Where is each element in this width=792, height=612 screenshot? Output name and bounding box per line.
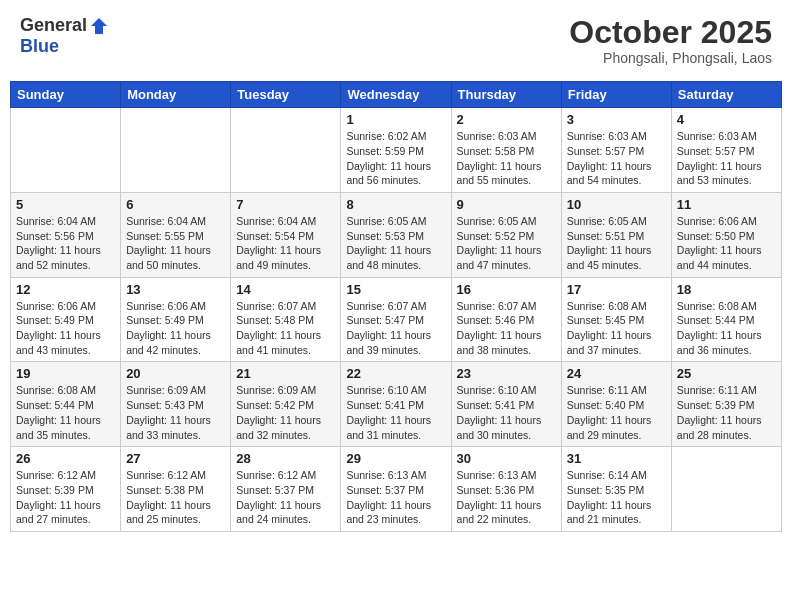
day-info: Sunrise: 6:12 AM Sunset: 5:37 PM Dayligh… xyxy=(236,468,335,527)
day-info: Sunrise: 6:04 AM Sunset: 5:55 PM Dayligh… xyxy=(126,214,225,273)
calendar-cell: 24Sunrise: 6:11 AM Sunset: 5:40 PM Dayli… xyxy=(561,362,671,447)
day-info: Sunrise: 6:03 AM Sunset: 5:58 PM Dayligh… xyxy=(457,129,556,188)
title-section: October 2025 Phongsali, Phongsali, Laos xyxy=(569,15,772,66)
day-number: 23 xyxy=(457,366,556,381)
calendar-cell: 22Sunrise: 6:10 AM Sunset: 5:41 PM Dayli… xyxy=(341,362,451,447)
calendar-week-row: 12Sunrise: 6:06 AM Sunset: 5:49 PM Dayli… xyxy=(11,277,782,362)
day-info: Sunrise: 6:07 AM Sunset: 5:48 PM Dayligh… xyxy=(236,299,335,358)
day-number: 2 xyxy=(457,112,556,127)
weekday-header-friday: Friday xyxy=(561,82,671,108)
day-number: 24 xyxy=(567,366,666,381)
day-number: 20 xyxy=(126,366,225,381)
day-info: Sunrise: 6:13 AM Sunset: 5:37 PM Dayligh… xyxy=(346,468,445,527)
day-number: 9 xyxy=(457,197,556,212)
day-info: Sunrise: 6:05 AM Sunset: 5:52 PM Dayligh… xyxy=(457,214,556,273)
month-title: October 2025 xyxy=(569,15,772,50)
calendar-cell: 1Sunrise: 6:02 AM Sunset: 5:59 PM Daylig… xyxy=(341,108,451,193)
calendar-cell: 5Sunrise: 6:04 AM Sunset: 5:56 PM Daylig… xyxy=(11,192,121,277)
day-number: 6 xyxy=(126,197,225,212)
logo-icon xyxy=(89,16,109,36)
day-info: Sunrise: 6:07 AM Sunset: 5:47 PM Dayligh… xyxy=(346,299,445,358)
calendar-cell: 28Sunrise: 6:12 AM Sunset: 5:37 PM Dayli… xyxy=(231,447,341,532)
day-number: 29 xyxy=(346,451,445,466)
calendar-cell: 19Sunrise: 6:08 AM Sunset: 5:44 PM Dayli… xyxy=(11,362,121,447)
day-number: 21 xyxy=(236,366,335,381)
calendar-week-row: 19Sunrise: 6:08 AM Sunset: 5:44 PM Dayli… xyxy=(11,362,782,447)
calendar-cell: 12Sunrise: 6:06 AM Sunset: 5:49 PM Dayli… xyxy=(11,277,121,362)
day-info: Sunrise: 6:13 AM Sunset: 5:36 PM Dayligh… xyxy=(457,468,556,527)
day-info: Sunrise: 6:09 AM Sunset: 5:42 PM Dayligh… xyxy=(236,383,335,442)
day-info: Sunrise: 6:12 AM Sunset: 5:38 PM Dayligh… xyxy=(126,468,225,527)
day-info: Sunrise: 6:10 AM Sunset: 5:41 PM Dayligh… xyxy=(346,383,445,442)
logo-general-text: General xyxy=(20,15,87,36)
calendar-cell: 29Sunrise: 6:13 AM Sunset: 5:37 PM Dayli… xyxy=(341,447,451,532)
day-info: Sunrise: 6:03 AM Sunset: 5:57 PM Dayligh… xyxy=(567,129,666,188)
day-info: Sunrise: 6:10 AM Sunset: 5:41 PM Dayligh… xyxy=(457,383,556,442)
day-number: 22 xyxy=(346,366,445,381)
day-number: 7 xyxy=(236,197,335,212)
day-info: Sunrise: 6:08 AM Sunset: 5:44 PM Dayligh… xyxy=(677,299,776,358)
calendar-cell xyxy=(121,108,231,193)
day-info: Sunrise: 6:03 AM Sunset: 5:57 PM Dayligh… xyxy=(677,129,776,188)
weekday-header-tuesday: Tuesday xyxy=(231,82,341,108)
calendar-cell: 3Sunrise: 6:03 AM Sunset: 5:57 PM Daylig… xyxy=(561,108,671,193)
day-info: Sunrise: 6:07 AM Sunset: 5:46 PM Dayligh… xyxy=(457,299,556,358)
day-number: 5 xyxy=(16,197,115,212)
calendar-cell: 2Sunrise: 6:03 AM Sunset: 5:58 PM Daylig… xyxy=(451,108,561,193)
calendar-cell: 14Sunrise: 6:07 AM Sunset: 5:48 PM Dayli… xyxy=(231,277,341,362)
day-number: 18 xyxy=(677,282,776,297)
day-number: 10 xyxy=(567,197,666,212)
day-info: Sunrise: 6:04 AM Sunset: 5:56 PM Dayligh… xyxy=(16,214,115,273)
day-number: 19 xyxy=(16,366,115,381)
calendar-cell: 27Sunrise: 6:12 AM Sunset: 5:38 PM Dayli… xyxy=(121,447,231,532)
day-number: 15 xyxy=(346,282,445,297)
day-number: 1 xyxy=(346,112,445,127)
calendar-cell: 15Sunrise: 6:07 AM Sunset: 5:47 PM Dayli… xyxy=(341,277,451,362)
day-info: Sunrise: 6:14 AM Sunset: 5:35 PM Dayligh… xyxy=(567,468,666,527)
calendar-cell: 21Sunrise: 6:09 AM Sunset: 5:42 PM Dayli… xyxy=(231,362,341,447)
day-info: Sunrise: 6:08 AM Sunset: 5:45 PM Dayligh… xyxy=(567,299,666,358)
calendar-cell: 8Sunrise: 6:05 AM Sunset: 5:53 PM Daylig… xyxy=(341,192,451,277)
calendar-cell: 4Sunrise: 6:03 AM Sunset: 5:57 PM Daylig… xyxy=(671,108,781,193)
weekday-header-sunday: Sunday xyxy=(11,82,121,108)
calendar-cell: 25Sunrise: 6:11 AM Sunset: 5:39 PM Dayli… xyxy=(671,362,781,447)
page-header: General Blue October 2025 Phongsali, Pho… xyxy=(10,10,782,71)
calendar-cell xyxy=(11,108,121,193)
day-number: 31 xyxy=(567,451,666,466)
day-info: Sunrise: 6:04 AM Sunset: 5:54 PM Dayligh… xyxy=(236,214,335,273)
day-info: Sunrise: 6:11 AM Sunset: 5:40 PM Dayligh… xyxy=(567,383,666,442)
calendar-cell: 11Sunrise: 6:06 AM Sunset: 5:50 PM Dayli… xyxy=(671,192,781,277)
day-info: Sunrise: 6:11 AM Sunset: 5:39 PM Dayligh… xyxy=(677,383,776,442)
calendar-cell: 18Sunrise: 6:08 AM Sunset: 5:44 PM Dayli… xyxy=(671,277,781,362)
day-info: Sunrise: 6:06 AM Sunset: 5:49 PM Dayligh… xyxy=(16,299,115,358)
day-info: Sunrise: 6:12 AM Sunset: 5:39 PM Dayligh… xyxy=(16,468,115,527)
day-number: 25 xyxy=(677,366,776,381)
calendar-cell: 6Sunrise: 6:04 AM Sunset: 5:55 PM Daylig… xyxy=(121,192,231,277)
day-number: 26 xyxy=(16,451,115,466)
day-number: 14 xyxy=(236,282,335,297)
day-number: 17 xyxy=(567,282,666,297)
logo-blue-text: Blue xyxy=(20,36,59,57)
calendar-cell: 9Sunrise: 6:05 AM Sunset: 5:52 PM Daylig… xyxy=(451,192,561,277)
day-number: 27 xyxy=(126,451,225,466)
location-subtitle: Phongsali, Phongsali, Laos xyxy=(569,50,772,66)
calendar-week-row: 1Sunrise: 6:02 AM Sunset: 5:59 PM Daylig… xyxy=(11,108,782,193)
calendar-week-row: 26Sunrise: 6:12 AM Sunset: 5:39 PM Dayli… xyxy=(11,447,782,532)
calendar-cell: 13Sunrise: 6:06 AM Sunset: 5:49 PM Dayli… xyxy=(121,277,231,362)
calendar-cell: 7Sunrise: 6:04 AM Sunset: 5:54 PM Daylig… xyxy=(231,192,341,277)
weekday-header-thursday: Thursday xyxy=(451,82,561,108)
day-number: 8 xyxy=(346,197,445,212)
calendar-cell: 31Sunrise: 6:14 AM Sunset: 5:35 PM Dayli… xyxy=(561,447,671,532)
weekday-header-monday: Monday xyxy=(121,82,231,108)
day-info: Sunrise: 6:02 AM Sunset: 5:59 PM Dayligh… xyxy=(346,129,445,188)
svg-marker-0 xyxy=(91,18,107,34)
day-number: 3 xyxy=(567,112,666,127)
day-info: Sunrise: 6:08 AM Sunset: 5:44 PM Dayligh… xyxy=(16,383,115,442)
day-info: Sunrise: 6:06 AM Sunset: 5:49 PM Dayligh… xyxy=(126,299,225,358)
weekday-header-row: SundayMondayTuesdayWednesdayThursdayFrid… xyxy=(11,82,782,108)
calendar-table: SundayMondayTuesdayWednesdayThursdayFrid… xyxy=(10,81,782,532)
day-number: 28 xyxy=(236,451,335,466)
logo: General Blue xyxy=(20,15,109,57)
day-number: 30 xyxy=(457,451,556,466)
calendar-cell: 30Sunrise: 6:13 AM Sunset: 5:36 PM Dayli… xyxy=(451,447,561,532)
